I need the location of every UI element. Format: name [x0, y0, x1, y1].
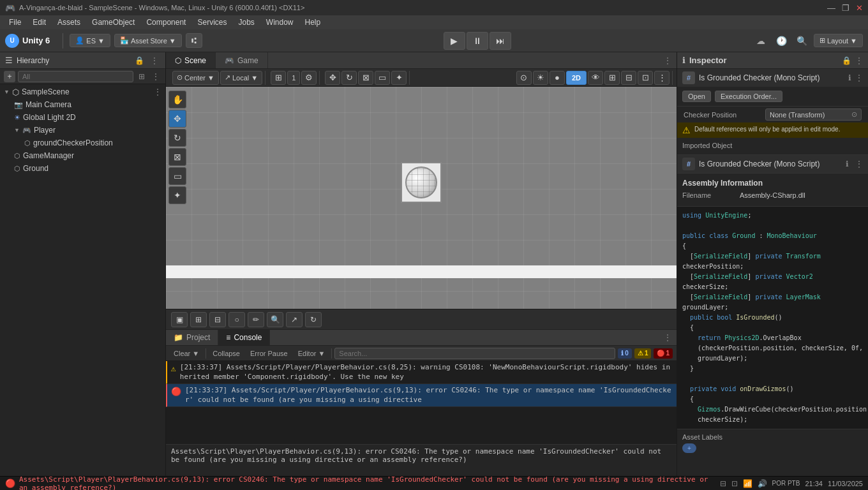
eyedrop-btn[interactable]: 🔍 — [267, 312, 283, 327]
rotate-scene-button[interactable]: ↻ — [168, 129, 186, 147]
info-count: 0 — [625, 350, 629, 357]
overlay-button[interactable]: ● — [550, 71, 565, 85]
close-button[interactable]: ✕ — [856, 3, 863, 13]
component-name: Is Grounded Checker (Mono Script) — [699, 73, 844, 82]
clear-button[interactable]: Clear ▼ — [170, 348, 203, 359]
account-button[interactable]: 👤 ES ▼ — [70, 34, 110, 47]
console-row-warning[interactable]: ⚠ [21:33:37] Assets/Script/Player/Player… — [166, 361, 677, 384]
console-tabs-more[interactable]: ⋮ — [659, 333, 677, 342]
local-button[interactable]: ↗ Local ▼ — [220, 71, 262, 85]
menu-help[interactable]: Help — [300, 17, 326, 28]
scene-more-icon[interactable]: ⋮ — [154, 87, 161, 96]
render-mode-button[interactable]: ⊡ — [638, 71, 653, 85]
custom-tool-button[interactable]: ✦ — [168, 186, 186, 204]
hierarchy-add-button[interactable]: + — [4, 71, 15, 82]
pause-button[interactable]: ⏸ — [467, 32, 488, 50]
scene-player-object[interactable] — [401, 162, 442, 203]
warn-badge: ⚠ 1 — [634, 348, 652, 359]
move-tool-button[interactable]: ✥ — [325, 71, 340, 85]
execution-order-button[interactable]: Execution Order... — [715, 91, 782, 102]
center-button[interactable]: ⊙ Center ▼ — [172, 71, 219, 85]
menu-window[interactable]: Window — [261, 17, 299, 28]
menu-edit[interactable]: Edit — [27, 17, 51, 28]
select-btn[interactable]: ▣ — [171, 312, 188, 327]
hierarchy-item-player[interactable]: ▼ 🎮 Player — [0, 124, 165, 137]
asset-label-tag[interactable]: + — [682, 443, 696, 453]
refresh-btn[interactable]: ↻ — [305, 312, 322, 327]
menu-gameobject[interactable]: GameObject — [87, 17, 140, 28]
menu-component[interactable]: Component — [141, 17, 191, 28]
visibility-button[interactable]: ⊟ — [621, 71, 636, 85]
paint-btn[interactable]: ✏ — [248, 312, 264, 327]
lighting-button[interactable]: ☀ — [533, 71, 548, 85]
persp-button[interactable]: ⊙ — [516, 71, 532, 85]
rect-tool-button[interactable]: ▭ — [375, 71, 390, 85]
gamemanager-label: GameManager — [23, 151, 74, 160]
console-search-input[interactable] — [334, 348, 615, 359]
grid-button[interactable]: ⊞ — [604, 71, 620, 85]
mono-more-icon[interactable]: ⋮ — [855, 160, 863, 168]
menu-file[interactable]: File — [4, 17, 26, 28]
console-row-error[interactable]: 🔴 [21:33:37] Assets/Script/Player/Player… — [166, 384, 677, 407]
circle-btn[interactable]: ○ — [228, 312, 245, 327]
scene-viewport: ✋ ✥ ↻ ⊠ ▭ ✦ ▣ ⊞ ⊟ ○ ✏ 🔍 ↗ ↻ — [166, 87, 677, 329]
rect-scene-button[interactable]: ▭ — [168, 167, 186, 185]
hierarchy-item-maincamera[interactable]: 📷 Main Camera — [0, 98, 165, 111]
tab-console[interactable]: ≡ Console — [218, 330, 270, 345]
step-button[interactable]: ⏭ — [490, 32, 511, 50]
mono-component: # Is Grounded Checker (Mono Script) ℹ ⋮ — [677, 155, 868, 174]
cloud-button[interactable]: ☁ — [752, 33, 769, 49]
scale-tool-button[interactable]: ⊠ — [358, 71, 373, 85]
hierarchy-item-groundchecker[interactable]: ⬡ groundCheckerPosition — [0, 137, 165, 149]
scene-tabs-more[interactable]: ⋮ — [659, 56, 677, 65]
hierarchy-lock-button[interactable]: 🔒 — [133, 55, 145, 66]
collapse-button[interactable]: Collapse — [209, 348, 244, 359]
tab-project[interactable]: 📁 Project — [166, 330, 218, 345]
rotate-btn[interactable]: ⊟ — [209, 312, 226, 327]
hierarchy-item-ground[interactable]: ⬡ Ground — [0, 162, 165, 175]
hierarchy-settings-button[interactable]: ⋮ — [150, 71, 161, 82]
play-button[interactable]: ▶ — [444, 32, 465, 50]
hierarchy-item-gamemanager[interactable]: ⬡ GameManager — [0, 149, 165, 162]
project-tab-label: Project — [186, 333, 210, 342]
scale-scene-button[interactable]: ⊠ — [168, 148, 186, 166]
hierarchy-item-samplescene[interactable]: ▼ ⬡ SampleScene ⋮ — [0, 85, 165, 98]
version-control-button[interactable]: ⑆ — [186, 33, 202, 48]
rotate-tool-button[interactable]: ↻ — [341, 71, 357, 85]
error-pause-button[interactable]: Error Pause — [246, 348, 292, 359]
snap-settings-button[interactable]: ⚙ — [301, 71, 317, 85]
minimize-button[interactable]: — — [827, 3, 835, 13]
hierarchy-filter-button[interactable]: ⊞ — [136, 71, 147, 82]
inspector-more-button[interactable]: ⋮ — [855, 56, 863, 65]
move-scene-button[interactable]: ✥ — [168, 110, 186, 128]
tab-scene[interactable]: ⬡ Scene — [166, 52, 216, 68]
2d-button[interactable]: 2D — [566, 71, 587, 85]
transform-tool-button[interactable]: ✦ — [391, 71, 407, 85]
snap-toggle-button[interactable]: ⊞ — [271, 71, 286, 85]
hierarchy-item-globallight[interactable]: ☀ Global Light 2D — [0, 111, 165, 124]
asset-labels-section: Asset Labels + — [677, 429, 868, 457]
maximize-button[interactable]: ❐ — [842, 3, 849, 13]
menu-services[interactable]: Services — [192, 17, 232, 28]
scene-more-button[interactable]: ⋮ — [654, 71, 670, 85]
open-button[interactable]: Open — [682, 91, 711, 102]
move-btn[interactable]: ⊞ — [190, 312, 207, 327]
menu-jobs[interactable]: Jobs — [233, 17, 259, 28]
hierarchy-search-input[interactable] — [18, 71, 133, 82]
asset-store-button[interactable]: 🏪 Asset Store ▼ — [114, 34, 182, 47]
arrow-btn[interactable]: ↗ — [286, 312, 303, 327]
gizmos-button[interactable]: 👁 — [588, 71, 603, 85]
code-line-8: public bool IsGrounded() — [682, 313, 863, 323]
layout-button[interactable]: ⊞ Layout ▼ — [814, 34, 863, 47]
checker-position-value[interactable]: None (Transform) ⊙ — [765, 108, 862, 121]
component-more-icon[interactable]: ⋮ — [855, 73, 863, 82]
hierarchy-more-button[interactable]: ⋮ — [149, 55, 160, 66]
editor-button[interactable]: Editor ▼ — [294, 348, 329, 359]
tab-game[interactable]: 🎮 Game — [216, 52, 268, 68]
snap-value-button[interactable]: 1 — [287, 71, 300, 85]
search-toolbar-button[interactable]: 🔍 — [793, 33, 810, 49]
menu-assets[interactable]: Assets — [52, 17, 86, 28]
history-button[interactable]: 🕐 — [773, 33, 789, 49]
hand-tool-button[interactable]: ✋ — [168, 91, 186, 108]
inspector-lock-button[interactable]: 🔒 — [842, 56, 851, 65]
